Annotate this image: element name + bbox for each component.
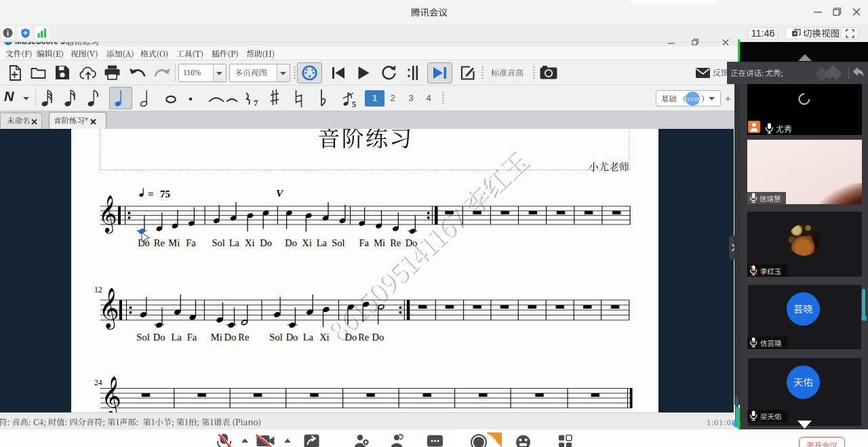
svg-text:La: La	[303, 332, 314, 343]
svg-text:Mi: Mi	[211, 332, 222, 343]
svg-text:Xi: Xi	[245, 237, 255, 248]
svg-text:Re: Re	[358, 332, 369, 343]
svg-text:Fa: Fa	[186, 237, 196, 248]
svg-text:Mi: Mi	[374, 237, 385, 248]
svg-text:Mi: Mi	[168, 237, 180, 248]
svg-text:La: La	[172, 332, 182, 343]
svg-text:=: =	[148, 189, 154, 199]
svg-text:Xi: Xi	[319, 332, 330, 343]
svg-text:Do: Do	[153, 332, 165, 343]
svg-text:Re: Re	[154, 237, 165, 248]
svg-text:Fa: Fa	[359, 237, 370, 248]
svg-text:75: 75	[160, 189, 170, 199]
svg-text:5: 5	[352, 100, 356, 108]
svg-text:Sol: Sol	[136, 332, 149, 343]
svg-text:Do: Do	[406, 237, 418, 248]
svg-text:Xi: Xi	[302, 237, 312, 248]
svg-text:La: La	[229, 237, 240, 248]
svg-text:Sol: Sol	[332, 237, 344, 248]
svg-text:La: La	[317, 237, 328, 248]
svg-text:12: 12	[94, 286, 102, 294]
svg-text:Sol: Sol	[269, 332, 282, 343]
svg-text:Do: Do	[285, 237, 297, 248]
svg-text:Re: Re	[390, 237, 401, 248]
svg-text:Do: Do	[260, 237, 272, 248]
svg-text:Fa: Fa	[187, 332, 197, 343]
svg-text:24: 24	[94, 378, 102, 387]
svg-text:Do: Do	[344, 332, 357, 343]
svg-text:Do: Do	[286, 332, 298, 343]
svg-text:Sol: Sol	[212, 237, 225, 248]
svg-text:Do: Do	[372, 332, 384, 343]
svg-text:V: V	[276, 187, 284, 199]
svg-text:Re: Re	[238, 332, 249, 343]
svg-text:7: 7	[254, 98, 258, 108]
svg-text:Do: Do	[224, 332, 236, 343]
